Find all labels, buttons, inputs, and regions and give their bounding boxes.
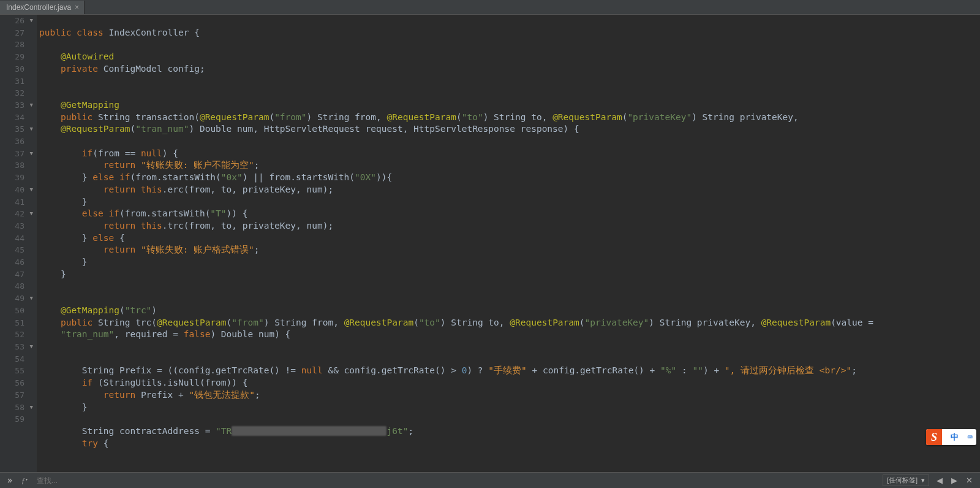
status-bar: f▾ [任何标签] ▾ ◀ ▶ ✕	[0, 472, 980, 488]
fold-icon[interactable]: ▼	[27, 208, 33, 220]
tab-filename: IndexController.java	[6, 3, 71, 12]
line-number: 43	[0, 220, 33, 232]
ime-indicator[interactable]: S 中 ⌨	[926, 429, 976, 445]
line-number: 53▼	[0, 341, 33, 353]
search-input[interactable]	[37, 476, 221, 485]
line-number: 31	[0, 75, 33, 88]
svg-text:▾: ▾	[26, 478, 28, 481]
close-icon[interactable]: ×	[75, 3, 79, 12]
line-number: 28	[0, 39, 33, 51]
sogou-logo-icon: S	[926, 429, 942, 445]
fold-icon[interactable]: ▼	[27, 341, 33, 353]
editor: 26▼27282930313233▼3435▼3637▼383940▼4142▼…	[0, 15, 980, 472]
fold-icon[interactable]: ▼	[27, 148, 33, 160]
line-number: 36	[0, 135, 33, 148]
tag-label: [任何标签]	[887, 476, 918, 485]
line-number: 45	[0, 244, 33, 256]
fold-icon[interactable]: ▼	[27, 184, 33, 196]
line-number: 47	[0, 269, 33, 281]
function-list-icon[interactable]: f▾	[21, 476, 31, 486]
line-number: 41	[0, 196, 33, 208]
line-number: 35▼	[0, 123, 33, 135]
line-number: 57	[0, 389, 33, 402]
line-number: 59	[0, 413, 33, 425]
line-number: 58▼	[0, 402, 33, 414]
tab-bar: IndexController.java ×	[0, 0, 980, 15]
line-number: 29	[0, 51, 33, 63]
line-number: 34	[0, 112, 33, 124]
line-number: 48	[0, 280, 33, 292]
fold-icon[interactable]: ▼	[27, 292, 33, 305]
close-panel-button[interactable]: ✕	[965, 476, 974, 485]
line-number: 33▼	[0, 99, 33, 112]
line-number: 27	[0, 27, 33, 39]
line-number: 55	[0, 365, 33, 377]
prev-button[interactable]: ◀	[935, 476, 944, 485]
line-number: 37▼	[0, 148, 33, 160]
line-number: 54	[0, 353, 33, 365]
chevron-down-icon: ▾	[921, 476, 925, 484]
next-button[interactable]: ▶	[950, 476, 959, 485]
svg-text:f: f	[22, 477, 25, 484]
fold-icon[interactable]: ▼	[27, 15, 33, 27]
fold-icon[interactable]: ▼	[27, 99, 33, 112]
collapse-icon[interactable]	[5, 476, 15, 486]
line-number: 49▼	[0, 292, 33, 305]
tag-selector[interactable]: [任何标签] ▾	[883, 475, 929, 486]
line-number: 38	[0, 159, 33, 172]
file-tab[interactable]: IndexController.java ×	[0, 1, 85, 14]
line-gutter: 26▼27282930313233▼3435▼3637▼383940▼4142▼…	[0, 15, 37, 472]
line-number: 42▼	[0, 208, 33, 220]
fold-icon[interactable]: ▼	[27, 402, 33, 414]
line-number: 26▼	[0, 15, 33, 27]
keyboard-icon: ⌨	[968, 432, 976, 442]
line-number: 30	[0, 63, 33, 75]
line-number: 51	[0, 317, 33, 329]
redacted-contract-address: xxxxxxxxxxxxxxxxxxxxxxxxxxxxx	[232, 426, 386, 436]
line-number: 52	[0, 329, 33, 341]
ime-mode-label: 中	[942, 432, 968, 443]
line-number: 56	[0, 377, 33, 389]
line-number: 40▼	[0, 184, 33, 196]
line-number: 39	[0, 172, 33, 184]
line-number: 32	[0, 87, 33, 99]
line-number: 44	[0, 232, 33, 245]
code-area[interactable]: public class IndexController { @Autowire…	[37, 15, 980, 472]
line-number: 50	[0, 305, 33, 317]
line-number: 46	[0, 256, 33, 269]
fold-icon[interactable]: ▼	[27, 123, 33, 135]
